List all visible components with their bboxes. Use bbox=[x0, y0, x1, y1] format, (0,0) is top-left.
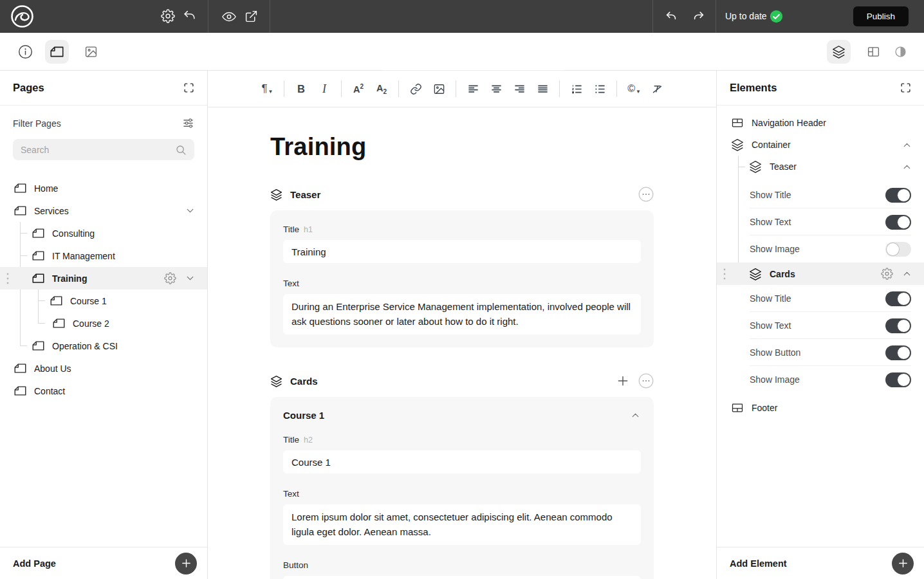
page-mode-button[interactable] bbox=[45, 40, 69, 64]
chevron-up-icon[interactable] bbox=[901, 268, 912, 279]
media-mode-button[interactable] bbox=[79, 40, 103, 64]
sidebar-item-about-us[interactable]: About Us bbox=[0, 357, 207, 380]
show-text-toggle[interactable] bbox=[885, 215, 911, 230]
drag-handle-icon[interactable] bbox=[722, 266, 727, 282]
element-item-navigation-header[interactable]: Navigation Header bbox=[717, 112, 924, 134]
card-text-field[interactable]: Lorem ipsum dolor sit amet, consectetuer… bbox=[283, 504, 641, 545]
page-icon bbox=[32, 273, 44, 283]
expand-pages-icon[interactable] bbox=[183, 82, 194, 93]
teaser-text-field[interactable]: During an Enterprise Service Management … bbox=[283, 294, 641, 335]
sidebar-item-contact[interactable]: Contact bbox=[0, 380, 207, 402]
drag-handle-icon[interactable] bbox=[5, 271, 10, 286]
title-field-label: Title bbox=[283, 435, 299, 445]
app-logo[interactable] bbox=[10, 5, 34, 28]
search-input[interactable] bbox=[21, 145, 175, 155]
chevron-up-icon[interactable] bbox=[901, 161, 912, 172]
insert-image-button[interactable] bbox=[430, 79, 447, 98]
open-external-icon[interactable] bbox=[245, 10, 258, 23]
sidebar-item-consulting[interactable]: Consulting bbox=[0, 222, 207, 244]
element-item-cards[interactable]: Cards bbox=[717, 262, 924, 285]
card-title-field[interactable] bbox=[283, 450, 641, 473]
chevron-down-icon[interactable] bbox=[185, 273, 196, 284]
ordered-list-button[interactable] bbox=[568, 79, 585, 98]
filter-pages-label: Filter Pages bbox=[13, 118, 61, 129]
bold-icon: B bbox=[297, 83, 305, 95]
sidebar-item-course-1[interactable]: Course 1 bbox=[0, 290, 207, 312]
preview-eye-icon[interactable] bbox=[222, 10, 236, 24]
editor-canvas: Training Teaser Titleh1 Te bbox=[208, 107, 716, 579]
page-icon bbox=[32, 341, 44, 351]
clear-format-button[interactable] bbox=[649, 79, 665, 98]
page-title: Training bbox=[270, 133, 654, 161]
secondary-toolbar: Meta Data Content Design bbox=[0, 33, 924, 71]
sidebar-item-home[interactable]: Home bbox=[0, 177, 207, 199]
align-center-icon bbox=[490, 83, 503, 95]
publish-button[interactable]: Publish bbox=[853, 6, 909, 26]
pages-search[interactable] bbox=[13, 139, 194, 160]
add-card-button[interactable] bbox=[616, 374, 629, 387]
cards-section-label: Cards bbox=[290, 376, 318, 387]
justify-button[interactable] bbox=[534, 79, 551, 98]
element-item-container[interactable]: Container bbox=[717, 134, 924, 156]
bold-button[interactable]: B bbox=[293, 79, 310, 98]
link-button[interactable] bbox=[407, 79, 424, 98]
teaser-menu-button[interactable] bbox=[638, 187, 654, 202]
layers-icon bbox=[749, 268, 762, 280]
copyright-icon: © bbox=[627, 83, 635, 95]
redo-icon[interactable] bbox=[692, 10, 706, 24]
text-field-label: Text bbox=[283, 489, 299, 499]
chevron-down-icon[interactable] bbox=[185, 205, 196, 216]
paragraph-icon: ¶ bbox=[261, 82, 267, 95]
show-title-toggle[interactable] bbox=[885, 291, 911, 306]
show-image-toggle[interactable] bbox=[885, 372, 911, 387]
ellipsis-icon bbox=[638, 373, 654, 389]
show-text-toggle[interactable] bbox=[885, 318, 911, 333]
italic-button[interactable]: I bbox=[316, 79, 333, 98]
element-item-teaser[interactable]: Teaser bbox=[717, 156, 924, 178]
collapse-card-icon[interactable] bbox=[630, 410, 641, 421]
toolbar-divider bbox=[456, 80, 456, 97]
special-character-button[interactable]: ©▼ bbox=[625, 79, 642, 98]
page-label: IT Management bbox=[52, 251, 115, 261]
filter-options-icon[interactable] bbox=[182, 117, 194, 129]
chevron-up-icon[interactable] bbox=[901, 140, 912, 151]
sidebar-item-services[interactable]: Services bbox=[0, 199, 207, 222]
page-icon bbox=[32, 251, 44, 261]
sidebar-item-course-2[interactable]: Course 2 bbox=[0, 312, 207, 335]
ordered-list-icon bbox=[571, 83, 583, 95]
show-title-toggle[interactable] bbox=[885, 188, 911, 203]
align-center-button[interactable] bbox=[488, 79, 504, 98]
clear-format-icon bbox=[651, 83, 663, 95]
info-icon[interactable] bbox=[18, 44, 33, 59]
card-button-field[interactable] bbox=[283, 576, 641, 579]
restore-icon[interactable] bbox=[182, 9, 196, 23]
align-left-button[interactable] bbox=[465, 79, 481, 98]
superscript-button[interactable]: A2 bbox=[350, 79, 367, 98]
layout-panel-button[interactable] bbox=[862, 40, 885, 64]
align-right-button[interactable] bbox=[511, 79, 528, 98]
element-item-footer[interactable]: Footer bbox=[717, 397, 924, 419]
sidebar-item-it-management[interactable]: IT Management bbox=[0, 244, 207, 267]
cards-panel: Course 1 Titleh2 Text Lorem ipsum dolor … bbox=[270, 397, 654, 579]
subscript-button[interactable]: A2 bbox=[373, 79, 390, 98]
teaser-title-field[interactable] bbox=[283, 240, 641, 263]
expand-elements-icon[interactable] bbox=[900, 82, 911, 93]
layers-icon bbox=[270, 188, 282, 201]
unordered-list-button[interactable] bbox=[591, 79, 608, 98]
undo-icon[interactable] bbox=[664, 10, 678, 24]
paragraph-style-button[interactable]: ¶▼ bbox=[259, 79, 275, 98]
sidebar-item-operation-csi[interactable]: Operation & CSI bbox=[0, 335, 207, 357]
toggle-row-show-button: Show Button bbox=[717, 339, 924, 366]
contrast-icon[interactable] bbox=[889, 40, 912, 64]
add-element-button[interactable] bbox=[892, 553, 914, 574]
element-settings-icon[interactable] bbox=[881, 268, 893, 280]
elements-panel-button[interactable] bbox=[827, 40, 851, 64]
settings-icon[interactable] bbox=[161, 9, 175, 23]
show-image-toggle[interactable] bbox=[885, 242, 911, 257]
add-page-button[interactable] bbox=[175, 553, 197, 574]
toolbar-divider bbox=[398, 80, 399, 97]
page-settings-icon[interactable] bbox=[164, 272, 176, 284]
sidebar-item-training[interactable]: Training bbox=[0, 267, 207, 290]
cards-menu-button[interactable] bbox=[638, 373, 654, 389]
show-button-toggle[interactable] bbox=[885, 345, 911, 360]
